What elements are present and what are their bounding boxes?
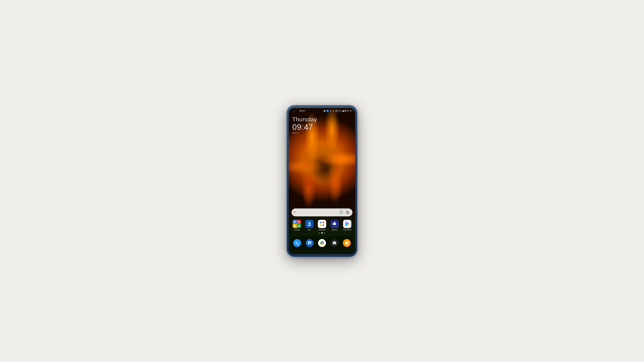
search-bar[interactable]: G: [292, 208, 352, 216]
battery-icon: [345, 110, 348, 112]
page-dot-1: [319, 232, 320, 234]
app-label-duo: Duo: [308, 229, 311, 231]
svg-rect-2: [346, 212, 348, 214]
google-icon: G ▦ ▦ ▦: [293, 220, 301, 228]
clock-day: Thursday: [292, 116, 317, 123]
dock-item-phone[interactable]: [293, 239, 301, 247]
page-indicators: [289, 232, 355, 234]
clock-date: June 9: [292, 132, 317, 134]
phone-body: 09:47 H: [287, 105, 357, 257]
svg-point-11: [321, 242, 323, 244]
chrome-icon: [318, 239, 326, 247]
bottom-dock: [291, 236, 353, 250]
app5-icon: [343, 239, 351, 247]
play-store-icon: [343, 220, 351, 228]
page-dot-3: [324, 232, 325, 234]
phone-device: 09:47 H: [287, 105, 357, 257]
lens-icon[interactable]: [345, 210, 350, 215]
nfc-icon: N: [335, 110, 338, 112]
svg-rect-0: [346, 211, 348, 212]
camera-lens: [293, 110, 295, 112]
camera-icon: [330, 239, 338, 247]
clock-widget: Thursday 09:47 June 9: [292, 116, 317, 134]
dock-item-chrome[interactable]: [318, 239, 326, 247]
page-dot-2: [321, 232, 323, 234]
app-item-games[interactable]: Games: [330, 220, 340, 231]
status-time: 09:47: [300, 110, 305, 112]
svg-point-12: [334, 243, 335, 244]
messages-icon: [306, 239, 314, 247]
play-icon: [332, 110, 334, 112]
phone-icon: [293, 239, 301, 247]
signal-bars: [342, 110, 344, 112]
wifi-icon: [338, 110, 341, 112]
assistant-icon: [318, 220, 326, 228]
status-bar: 09:47 H: [289, 108, 355, 114]
settings-status-icon: [324, 110, 326, 112]
app-item-google[interactable]: G ▦ ▦ ▦ Google: [292, 220, 302, 231]
app-item-duo[interactable]: Duo: [304, 220, 314, 231]
app-item-play-store[interactable]: Play Store: [342, 220, 352, 231]
dock-item-messages[interactable]: [306, 239, 314, 247]
app-label-assistant: Assistant: [318, 229, 326, 231]
svg-point-4: [308, 222, 310, 224]
app-row: G ▦ ▦ ▦ Google: [290, 220, 354, 231]
mic-icon[interactable]: [339, 210, 344, 215]
duo-icon: [305, 220, 314, 228]
app-label-google: Google: [294, 229, 300, 231]
app-label-play-store: Play Store: [343, 229, 351, 231]
svg-rect-1: [348, 211, 349, 212]
status-icons: H N: [324, 110, 352, 112]
dock-item-app5[interactable]: [343, 239, 351, 247]
svg-rect-3: [348, 212, 349, 214]
app-label-games: Games: [332, 229, 338, 231]
google-logo: G: [294, 211, 296, 214]
notif-icon-h: H: [326, 110, 329, 112]
dock-item-camera[interactable]: [330, 239, 338, 247]
clock-time: 09:47: [292, 123, 317, 131]
battery-percent: 29%: [349, 110, 352, 112]
games-icon: [330, 220, 339, 228]
camera-cutout: [292, 109, 296, 113]
music-icon: [330, 110, 332, 112]
app-item-assistant[interactable]: Assistant: [317, 220, 327, 231]
phone-screen: 09:47 H: [289, 108, 355, 254]
